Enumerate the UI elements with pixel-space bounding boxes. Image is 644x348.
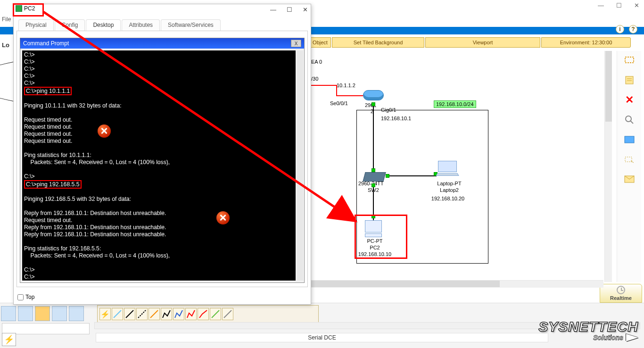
main-close-button[interactable]: ✕ xyxy=(634,2,639,9)
realtime-label: Realtime xyxy=(610,295,632,301)
pc2-title-text: PC2 xyxy=(24,5,35,12)
command-prompt-output[interactable]: C:\> C:\> C:\> C:\> C:\> C:\>ping 10.1.1… xyxy=(22,50,296,281)
note-tool-icon[interactable] xyxy=(623,75,636,86)
pc2-minimize-button[interactable]: — xyxy=(270,6,276,13)
device-type-panel: ⚡ ⚡ Serial DCE xyxy=(0,303,644,348)
viewport-button[interactable]: Viewport xyxy=(425,37,540,48)
main-maximize-button[interactable]: ☐ xyxy=(616,2,622,9)
connection-straight-icon[interactable] xyxy=(124,308,135,320)
secondary-toolbar: Object Set Tiled Background Viewport Env… xyxy=(309,37,632,48)
link-line xyxy=(373,106,374,172)
file-menu[interactable]: File xyxy=(2,16,11,23)
serial-link-line xyxy=(308,84,365,103)
tab-software-services[interactable]: Software/Services xyxy=(161,19,221,31)
connection-coax-icon[interactable] xyxy=(173,308,184,320)
link-line xyxy=(389,175,437,176)
svg-line-12 xyxy=(150,310,158,318)
link-status-dot xyxy=(386,174,389,178)
error-badge-icon xyxy=(98,124,111,138)
svg-rect-0 xyxy=(625,57,634,63)
link-status-dot xyxy=(372,102,375,106)
switch-icon[interactable] xyxy=(363,172,386,182)
network-tag: 192.168.10.0/24 xyxy=(434,100,476,108)
command-prompt-window: Command Prompt X C:\> C:\> C:\> C:\> C:\… xyxy=(20,38,305,283)
main-window-controls: — ☐ ✕ xyxy=(598,2,639,9)
info-help-group: i ? xyxy=(616,25,637,33)
pc2-window-title: PC2 xyxy=(16,5,35,12)
resize-tool-icon[interactable] xyxy=(623,154,636,165)
command-prompt-scrollbar[interactable] xyxy=(297,50,303,281)
command-prompt-close-button[interactable]: X xyxy=(291,40,301,47)
connection-console-icon[interactable] xyxy=(112,308,123,320)
tab-physical[interactable]: Physical xyxy=(18,19,54,31)
laptop-name-label: Laptop2 xyxy=(428,187,471,193)
main-minimize-button[interactable]: — xyxy=(598,2,604,9)
always-on-top-checkbox[interactable]: Top xyxy=(17,294,34,300)
top-checkbox-label: Top xyxy=(25,294,34,300)
device-cat-icon[interactable] xyxy=(35,306,50,321)
realtime-tab[interactable]: Realtime xyxy=(600,284,642,303)
info-icon[interactable]: i xyxy=(616,25,624,33)
connection-octal-icon[interactable] xyxy=(210,308,221,320)
laptop-icon[interactable] xyxy=(437,161,458,176)
device-cat-icon[interactable] xyxy=(1,306,16,321)
connection-auto-icon[interactable]: ⚡ xyxy=(99,308,111,320)
svg-rect-1 xyxy=(626,76,633,84)
pc-window-icon xyxy=(16,5,22,12)
pc2-tabs: Physical Config Desktop Attributes Softw… xyxy=(18,19,222,31)
right-tool-palette: ✕ xyxy=(617,51,641,282)
delete-tool-icon[interactable]: ✕ xyxy=(623,94,636,106)
error-badge-icon xyxy=(216,211,230,224)
link-status-dot xyxy=(372,183,375,187)
tab-attributes[interactable]: Attributes xyxy=(122,19,160,31)
tab-config[interactable]: Config xyxy=(55,19,85,31)
pc2-close-button[interactable]: ✕ xyxy=(303,6,308,13)
command-prompt-titlebar[interactable]: Command Prompt X xyxy=(20,38,304,49)
laptop-ip-label: 192.168.10.20 xyxy=(424,196,471,201)
device-cat-icon[interactable] xyxy=(52,306,67,321)
environment-button[interactable]: Environment: 12:30:00 xyxy=(541,37,631,48)
workspace-vertical-scrollbar[interactable] xyxy=(604,51,612,282)
device-cat-icon[interactable] xyxy=(69,306,84,321)
new-object-button[interactable]: Object xyxy=(309,37,331,48)
tab-desktop[interactable]: Desktop xyxy=(86,19,121,31)
shape-tool-icon[interactable] xyxy=(623,134,636,145)
connection-serial-dte-icon[interactable] xyxy=(198,308,209,320)
command-prompt-title-text: Command Prompt xyxy=(23,40,69,47)
connection-usb-icon[interactable] xyxy=(222,308,233,320)
ping-command-highlight: C:\>ping 192.168.5.5 xyxy=(24,180,82,189)
laptop-type-label: Laptop-PT xyxy=(428,181,471,186)
link-status-dot xyxy=(372,168,375,172)
svg-line-5 xyxy=(630,121,633,124)
svg-line-10 xyxy=(126,310,133,318)
device-category-icons xyxy=(1,306,84,321)
inspect-tool-icon[interactable] xyxy=(623,114,636,125)
router-icon[interactable] xyxy=(363,90,384,100)
subnet-fragment-label: /30 xyxy=(311,76,318,82)
logical-tab-fragment[interactable]: Lo xyxy=(2,41,9,49)
pc2-highlight-box xyxy=(355,215,407,259)
connection-serial-dce-icon[interactable] xyxy=(185,308,197,320)
svg-line-13 xyxy=(212,310,219,318)
connection-phone-icon[interactable] xyxy=(161,308,172,320)
pc2-window-controls: — ☐ ✕ xyxy=(270,6,308,13)
switch-model-label: 2960-24TT xyxy=(358,181,384,186)
connection-scrollbar[interactable] xyxy=(94,322,640,329)
help-icon[interactable]: ? xyxy=(629,25,637,33)
device-cat-icon[interactable] xyxy=(18,306,33,321)
svg-line-11 xyxy=(138,310,146,318)
connection-cross-icon[interactable] xyxy=(136,308,148,320)
connection-types-strip: ⚡ xyxy=(97,305,319,323)
pc2-tab-body: Command Prompt X C:\> C:\> C:\> C:\> C:\… xyxy=(17,31,308,287)
set-tiled-background-button[interactable]: Set Tiled Background xyxy=(332,37,424,48)
top-checkbox-input[interactable] xyxy=(17,294,24,300)
select-tool-icon[interactable] xyxy=(623,55,636,66)
connection-fiber-icon[interactable] xyxy=(149,308,160,320)
clock-icon xyxy=(617,286,625,294)
pc2-maximize-button[interactable]: ☐ xyxy=(287,6,292,13)
ping-command-highlight: C:\>ping 10.1.1.1 xyxy=(24,87,72,95)
svg-line-9 xyxy=(114,310,121,318)
message-tool-icon[interactable] xyxy=(623,174,636,185)
pc2-config-window: PC2 — ☐ ✕ Physical Config Desktop Attrib… xyxy=(13,4,311,305)
auto-connect-button[interactable]: ⚡ xyxy=(2,333,16,346)
